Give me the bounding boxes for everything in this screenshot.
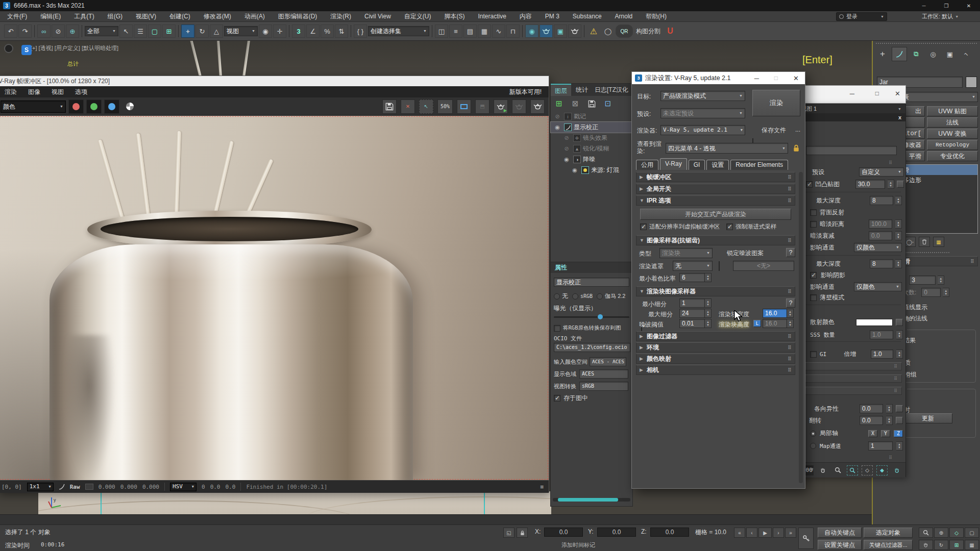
- noise-threshold-field[interactable]: 0.01: [679, 319, 705, 328]
- visibility-icon[interactable]: ⊘: [553, 113, 562, 120]
- menu-content[interactable]: 内容: [520, 12, 532, 21]
- rotation-spinner[interactable]: [886, 416, 893, 425]
- add-layer-icon[interactable]: ⊞: [553, 97, 565, 110]
- rollout-frame-buffer[interactable]: ▶帧缓冲区⠿: [636, 172, 795, 182]
- zoom-all-icon[interactable]: ⊕: [934, 528, 948, 538]
- menu-substance[interactable]: Substance: [573, 13, 602, 20]
- viewport-eye-icon[interactable]: [4, 44, 13, 53]
- affect-shadows-checkbox[interactable]: [810, 272, 817, 279]
- bucket-width-spinner[interactable]: [787, 309, 794, 318]
- visibility-icon[interactable]: ◉: [562, 156, 571, 163]
- vfb-channel-dropdown[interactable]: 颜色: [1, 101, 66, 113]
- visibility-icon[interactable]: ◉: [570, 167, 579, 173]
- material-editor-icon[interactable]: ◉: [525, 24, 538, 38]
- bucket-height-field[interactable]: 16.0: [763, 319, 787, 328]
- rectangular-selection-icon[interactable]: ▢: [148, 24, 161, 38]
- exposure-slider[interactable]: [554, 316, 629, 318]
- max-depth2-spinner[interactable]: [895, 259, 902, 268]
- none-radio[interactable]: [554, 293, 560, 299]
- maximize-icon[interactable]: □: [875, 90, 879, 97]
- min-shading-spinner[interactable]: [705, 273, 712, 282]
- layer-manager-icon[interactable]: ▤: [463, 24, 477, 38]
- max-depth-spinner[interactable]: [895, 196, 902, 205]
- collapsed-rollout[interactable]: ⠿: [801, 374, 902, 383]
- min-shading-field[interactable]: 6: [679, 273, 705, 282]
- lock-view-icon[interactable]: [792, 144, 800, 152]
- maximize-viewport-icon[interactable]: ⊞: [949, 540, 964, 550]
- lock-aspect-button[interactable]: L: [753, 320, 761, 327]
- track-bar[interactable]: [0, 514, 980, 524]
- vfb-menu-image[interactable]: 图像: [28, 88, 40, 96]
- go-to-end-icon[interactable]: »: [785, 528, 796, 538]
- display-gamut-field[interactable]: ACES: [579, 369, 628, 379]
- thin-walled-checkbox[interactable]: [810, 294, 817, 301]
- zoom-extents-icon[interactable]: ◇: [949, 528, 964, 538]
- tab-utilities-icon[interactable]: ⌐: [956, 43, 977, 64]
- menu-help[interactable]: 帮助(H): [646, 12, 667, 21]
- z-coord-field[interactable]: 0.0: [650, 528, 689, 537]
- unlink-icon[interactable]: ⊘: [52, 24, 65, 38]
- minimize-icon[interactable]: ─: [913, 0, 935, 11]
- blue-channel-icon[interactable]: [104, 99, 119, 114]
- input-space-field[interactable]: ACES - ACES: [590, 357, 626, 366]
- curve-editor-icon[interactable]: ∿: [492, 24, 505, 38]
- next-frame-icon[interactable]: ›: [773, 528, 784, 538]
- select-manipulate-icon[interactable]: ✛: [273, 24, 286, 38]
- menu-interactive[interactable]: Interactive: [478, 13, 506, 20]
- zoom-region-icon[interactable]: ▢: [965, 528, 979, 538]
- layer-row-denoiser[interactable]: ◉◑降噪: [551, 154, 632, 165]
- set-key-button[interactable]: 设置关键点: [818, 540, 862, 550]
- start-ipr-button[interactable]: 开始交互式产品级渲染: [640, 209, 791, 220]
- layout-icon[interactable]: ▦: [965, 540, 979, 550]
- menu-arnold[interactable]: Arnold: [615, 13, 633, 20]
- pixel-ratio-dropdown[interactable]: 1x1: [27, 483, 54, 491]
- menu-edit[interactable]: 编辑(E): [40, 12, 61, 21]
- visibility-icon[interactable]: ◉: [553, 124, 562, 131]
- clear-image-icon[interactable]: ✕: [401, 99, 415, 114]
- render-icon[interactable]: [530, 99, 545, 114]
- bump-checkbox[interactable]: [806, 181, 813, 188]
- rendered-frame-window-icon[interactable]: ▣: [554, 24, 567, 38]
- rotation-map-button[interactable]: [896, 417, 903, 424]
- multiplier-spinner[interactable]: [896, 349, 903, 359]
- modifier-button[interactable]: 专业优化: [927, 151, 978, 161]
- select-link-icon[interactable]: ∞: [37, 24, 51, 38]
- visibility-icon[interactable]: ⊘: [562, 135, 571, 141]
- selection-lock-icon[interactable]: [517, 528, 528, 538]
- noise-threshold-spinner[interactable]: [705, 319, 712, 328]
- dialog-title-bar[interactable]: 3 渲染设置: V-Ray 5, update 2.1 ─ □ ✕: [632, 72, 805, 84]
- tab-log[interactable]: 日志[TZ汉化: [593, 84, 630, 96]
- zoom-region-icon[interactable]: [847, 465, 858, 475]
- scale-tool-icon[interactable]: △: [210, 24, 223, 38]
- layer-row-source-lightmix[interactable]: ◉来源: 灯混: [551, 165, 632, 176]
- selected-object-button[interactable]: 选定对象: [864, 528, 913, 538]
- rollout-environment[interactable]: ▶环境⠿: [636, 342, 795, 353]
- rollout-image-sampler[interactable]: ▼图像采样器(抗锯齿)⠿: [636, 235, 795, 245]
- maximize-icon[interactable]: □: [774, 74, 778, 82]
- collapsed-rollout[interactable]: ⠿: [801, 387, 902, 395]
- render-mask-dropdown[interactable]: 无: [673, 261, 713, 271]
- red-channel-icon[interactable]: [68, 99, 84, 114]
- configure-modifier-sets-icon[interactable]: ▦: [933, 237, 944, 247]
- save-image-icon[interactable]: [382, 99, 397, 114]
- menu-scripting[interactable]: 脚本(S): [444, 12, 464, 21]
- menu-views[interactable]: 视图(V): [136, 12, 156, 21]
- material-view-bar[interactable]: 视图 1 ▼: [797, 104, 905, 113]
- zoom-extents-icon[interactable]: ◇: [862, 465, 873, 475]
- bucket-height-spinner[interactable]: [787, 319, 794, 328]
- lock-noise-checkbox[interactable]: [719, 261, 720, 271]
- remove-modifier-icon[interactable]: [919, 237, 930, 247]
- dim-distance-spinner[interactable]: [895, 219, 902, 229]
- bake-in-image-checkbox[interactable]: [554, 395, 560, 402]
- key-filters-button[interactable]: 关键点过滤器...: [864, 540, 913, 550]
- color-curve-icon[interactable]: [59, 484, 65, 490]
- percent-snap-icon[interactable]: %: [321, 24, 334, 38]
- rollout-color-mapping[interactable]: ▶颜色映射⠿: [636, 354, 795, 364]
- anisotropy-spinner[interactable]: [886, 404, 893, 413]
- zoom-extents-selected-icon[interactable]: ◆: [876, 465, 888, 475]
- x-coord-field[interactable]: 0.0: [544, 528, 583, 537]
- force-progressive-checkbox[interactable]: [726, 223, 733, 230]
- modifier-button[interactable]: Retopology: [927, 140, 978, 150]
- dim-falloff-field[interactable]: 0.0: [869, 231, 892, 240]
- collapsed-rollout[interactable]: ⠿: [801, 362, 902, 370]
